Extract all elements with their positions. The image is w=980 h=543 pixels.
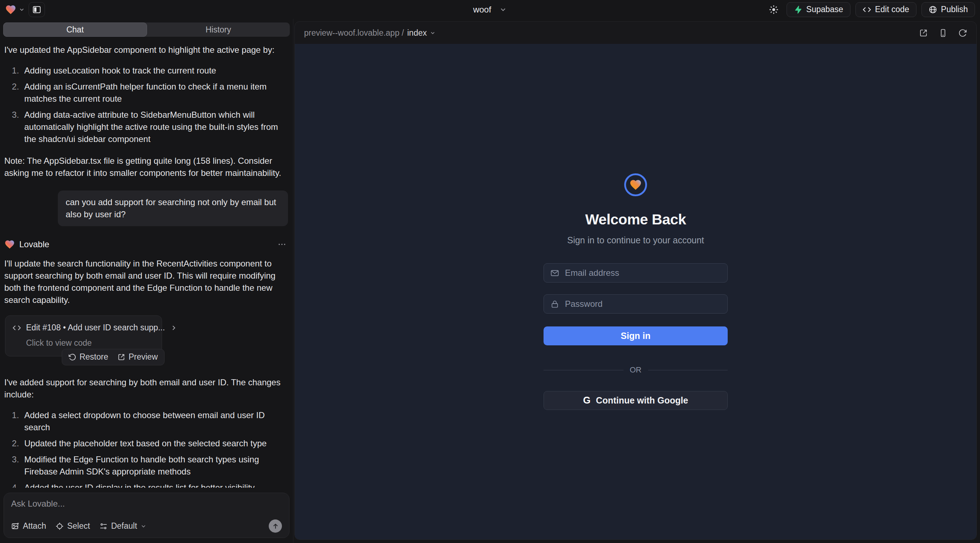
password-field[interactable] — [565, 299, 721, 309]
refresh-icon — [958, 29, 967, 38]
restore-icon — [68, 353, 76, 361]
chat-messages: I've updated the AppSidebar component to… — [0, 37, 293, 488]
google-sign-in-button[interactable]: G Continue with Google — [544, 391, 728, 410]
gear-icon — [769, 5, 779, 14]
select-label: Select — [67, 521, 90, 531]
image-plus-icon — [11, 522, 20, 530]
chat-panel: Chat History I've updated the AppSidebar… — [0, 19, 293, 543]
topbar: woof Supabase Edit code Publish — [0, 0, 980, 19]
attach-button[interactable]: Attach — [11, 521, 46, 531]
list-item: Updated the placeholder text based on th… — [21, 437, 289, 449]
settings-button[interactable] — [766, 2, 781, 17]
list-item: Adding an isCurrentPath helper function … — [21, 81, 289, 105]
more-horizontal-icon — [277, 240, 286, 249]
tab-chat[interactable]: Chat — [3, 22, 147, 37]
supabase-label: Supabase — [806, 5, 843, 14]
edit-code-label: Edit code — [875, 5, 909, 14]
assistant-message-intro: I'll update the search functionality in … — [4, 257, 289, 306]
chevron-down-icon[interactable] — [499, 6, 507, 14]
lovable-heart-icon — [4, 239, 15, 250]
chat-input[interactable] — [11, 499, 282, 515]
edit-card[interactable]: Edit #108 • Add user ID search supp... C… — [5, 315, 162, 356]
login-title: Welcome Back — [585, 211, 686, 228]
open-in-new-tab-button[interactable] — [919, 29, 928, 38]
edit-card-title: Edit #108 • Add user ID search supp... — [26, 322, 165, 333]
refresh-button[interactable] — [958, 29, 967, 38]
publish-label: Publish — [941, 5, 968, 14]
code-icon — [13, 324, 21, 332]
heart-icon — [629, 178, 642, 191]
preview-label: Preview — [129, 351, 158, 363]
assistant-message-intro: I've updated the AppSidebar component to… — [4, 44, 289, 56]
restore-preview-bar: Restore Preview — [62, 349, 164, 365]
chevron-down-icon — [430, 30, 436, 36]
email-field[interactable] — [565, 268, 721, 278]
google-label: Continue with Google — [596, 395, 688, 406]
publish-button[interactable]: Publish — [921, 2, 975, 17]
lovable-heart-icon — [5, 4, 16, 15]
list-item: Adding data-active attribute to SidebarM… — [21, 109, 289, 145]
login-subtitle: Sign in to continue to your account — [567, 235, 704, 246]
mail-icon — [550, 268, 559, 278]
assistant-note: Note: The AppSidebar.tsx file is getting… — [4, 155, 289, 179]
assistant-header: Lovable — [4, 238, 289, 251]
restore-button[interactable]: Restore — [68, 351, 108, 363]
chevron-down-icon — [19, 6, 25, 13]
password-field-wrapper — [544, 294, 728, 314]
app-logo — [624, 173, 647, 196]
select-button[interactable]: Select — [55, 521, 90, 531]
smartphone-icon — [939, 29, 948, 38]
sliders-icon — [99, 522, 108, 530]
assistant-list: Adding useLocation hook to track the cur… — [4, 65, 289, 145]
mode-label: Default — [111, 521, 137, 531]
composer: Attach Select Default — [3, 493, 290, 538]
send-button[interactable] — [269, 519, 282, 533]
sidebar-toggle-button[interactable] — [29, 2, 45, 17]
globe-icon — [929, 5, 937, 14]
locate-icon — [55, 522, 64, 530]
project-name[interactable]: woof — [473, 5, 492, 14]
external-link-icon — [919, 29, 928, 38]
assistant-name: Lovable — [19, 238, 49, 251]
lock-icon — [550, 300, 559, 309]
list-item: Modified the Edge Function to handle bot… — [21, 454, 289, 478]
chevron-right-icon[interactable] — [170, 324, 178, 332]
list-item: Adding useLocation hook to track the cur… — [21, 65, 289, 77]
mobile-view-button[interactable] — [939, 29, 948, 38]
restore-label: Restore — [80, 351, 108, 363]
preview-url-bar: preview--woof.lovable.app / index — [295, 22, 977, 44]
chevron-down-icon — [140, 523, 147, 529]
supabase-icon — [794, 5, 802, 14]
preview-url-host: preview--woof.lovable.app / — [304, 28, 404, 38]
preview-button[interactable]: Preview — [118, 351, 158, 363]
mode-select[interactable]: Default — [99, 521, 147, 531]
assistant-message-summary: I've added support for searching by both… — [4, 376, 289, 401]
preview-iframe: Welcome Back Sign in to continue to your… — [295, 44, 977, 540]
preview-panel: preview--woof.lovable.app / index — [294, 21, 977, 540]
login-form: Welcome Back Sign in to continue to your… — [544, 173, 728, 410]
message-more-button[interactable] — [277, 240, 286, 249]
list-item: Added a select dropdown to choose betwee… — [21, 409, 289, 433]
or-label: OR — [630, 365, 642, 375]
external-link-icon — [118, 353, 125, 361]
sign-in-button[interactable]: Sign in — [544, 326, 728, 345]
or-divider: OR — [544, 365, 728, 375]
google-icon: G — [583, 395, 591, 406]
preview-route-select[interactable]: index — [407, 28, 436, 38]
list-item: Added the user ID display in the results… — [21, 482, 289, 488]
edit-code-button[interactable]: Edit code — [856, 2, 916, 17]
tab-history[interactable]: History — [147, 22, 290, 37]
panel-left-icon — [32, 5, 41, 14]
arrow-up-icon — [272, 523, 279, 530]
code-icon — [862, 5, 871, 14]
attach-label: Attach — [23, 521, 46, 531]
edit-card-subtitle: Click to view code — [26, 337, 154, 349]
lovable-logo-menu[interactable] — [5, 4, 25, 15]
email-field-wrapper — [544, 263, 728, 283]
supabase-button[interactable]: Supabase — [787, 2, 850, 17]
preview-route: index — [407, 28, 427, 38]
assistant-list: Added a select dropdown to choose betwee… — [4, 409, 289, 488]
user-message: can you add support for searching not on… — [58, 191, 288, 226]
chat-history-tabs: Chat History — [3, 22, 290, 37]
